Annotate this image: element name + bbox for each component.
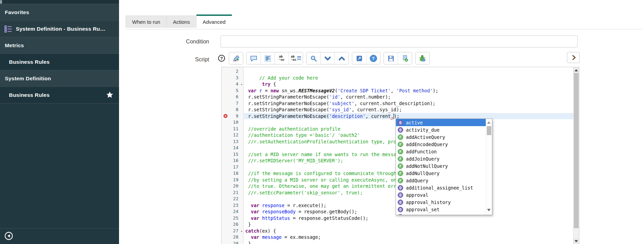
autocomplete-item-addencodedquery[interactable]: FaddEncodedQuery: [396, 141, 486, 148]
autocomplete-item-additional-assignee-list[interactable]: Oadditional_assignee_list: [396, 184, 486, 191]
replace-button[interactable]: ab➜ac: [275, 52, 289, 64]
sidebar-footer: [0, 228, 119, 244]
save-button[interactable]: [384, 52, 398, 64]
function-icon: F: [398, 163, 403, 169]
find-previous-button[interactable]: [334, 52, 348, 64]
tab-when-to-run[interactable]: When to run: [126, 16, 167, 28]
tab-advanced[interactable]: Advanced: [196, 16, 232, 28]
open-window-icon: [356, 55, 363, 62]
code-line-3: // Add your code here: [244, 75, 573, 81]
autocomplete-scroll-down-icon[interactable]: [487, 209, 491, 211]
condition-label: Condition: [119, 39, 209, 45]
property-icon: O: [398, 185, 403, 191]
tab-actions[interactable]: Actions: [167, 16, 196, 28]
nav-item-business-rules[interactable]: Business Rules: [0, 87, 119, 103]
autocomplete-item-approval-set[interactable]: Oapproval_set: [396, 206, 486, 213]
line-number: 3: [236, 75, 238, 81]
autocomplete-item-addactivequery[interactable]: FaddActiveQuery: [396, 133, 486, 141]
gutter-line-14: 14: [222, 145, 243, 151]
replace-all-button[interactable]: ab➜ac: [289, 52, 303, 64]
autocomplete-label: addActiveQuery: [406, 134, 445, 140]
line-number: 8: [236, 106, 238, 113]
application-navigator: FavoritesSystem Definition - Business Ru…: [0, 0, 119, 244]
autocomplete-item-addquery[interactable]: FaddQuery: [396, 177, 486, 184]
sidebar-scrollbar-thumb[interactable]: [0, 0, 2, 4]
editor-gutter: 234▾567891011121314151617181920212223242…: [222, 67, 244, 244]
error-icon: [223, 114, 228, 118]
gutter-line-9: 9: [222, 113, 243, 120]
function-icon: F: [398, 178, 403, 183]
replace-all-icon: ab➜ac: [291, 55, 301, 61]
api-help-button[interactable]: ?: [366, 52, 380, 64]
gutter-line-21: 21: [222, 190, 243, 196]
format-code-button[interactable]: [260, 52, 275, 64]
nav-section-favorites: Favorites: [0, 4, 119, 21]
gutter-line-11: 11: [222, 126, 243, 132]
autocomplete-item-addfunction[interactable]: FaddFunction: [396, 148, 486, 155]
chevron-down-icon: [324, 55, 331, 62]
autocomplete-item-activity-due[interactable]: Oactivity_due: [396, 126, 486, 133]
autocomplete-scroll-thumb[interactable]: [487, 126, 491, 135]
gutter-line-18: 18: [222, 170, 243, 177]
toggle-comment-button[interactable]: [247, 52, 260, 64]
find-button[interactable]: [307, 52, 320, 64]
autocomplete-item-active[interactable]: Oactive: [396, 119, 486, 126]
gutter-line-22: 22: [222, 196, 243, 202]
nav-item-business-rules[interactable]: Business Rules: [0, 54, 119, 70]
autocomplete-label: addQuery: [406, 178, 428, 183]
fold-marker-icon[interactable]: ▾: [241, 81, 243, 88]
editor-vertical-scrollbar[interactable]: [573, 67, 579, 244]
tabs-underline: [126, 29, 643, 29]
scrollbar-up-arrow-icon[interactable]: [573, 67, 579, 73]
fold-marker-icon[interactable]: ▾: [241, 228, 243, 235]
gutter-line-8: 8: [222, 106, 243, 113]
nav-section-system-definition: System Definition: [0, 70, 119, 87]
autocomplete-label: additional_assignee_list: [406, 185, 473, 191]
list-icon: [4, 25, 12, 33]
scrollbar-thumb[interactable]: [574, 73, 579, 228]
nav-item-system-definition-business-ru[interactable]: System Definition - Business Ru…: [0, 21, 119, 37]
collapse-sidebar-button[interactable]: [4, 231, 13, 241]
condition-input[interactable]: [221, 35, 578, 48]
line-number: 23: [233, 202, 238, 209]
gutter-line-4: 4▾: [222, 81, 243, 88]
autocomplete-item-approval-history[interactable]: Oapproval_history: [396, 199, 486, 206]
script-label: Script: [119, 57, 209, 63]
autocomplete-item-approval[interactable]: Oapproval: [396, 191, 486, 199]
autocomplete-label: approval: [406, 192, 428, 198]
code-line-29: }: [244, 241, 573, 244]
autocomplete-label: addFunction: [406, 149, 437, 154]
favorite-star-icon[interactable]: [106, 91, 114, 99]
line-number: 19: [233, 177, 238, 183]
find-next-button[interactable]: [320, 52, 334, 64]
code-line-25: var httpStatus = response.getStatusCode(…: [244, 215, 573, 222]
line-number: 12: [233, 132, 238, 139]
autocomplete-scrollbar[interactable]: [486, 119, 492, 215]
nav-label: Metrics: [5, 42, 24, 49]
code-line-8: r.setStringParameterNoEscape('sys_id', c…: [244, 106, 573, 113]
line-number: 15: [233, 151, 238, 158]
help-icon: ?: [370, 55, 377, 62]
autocomplete-item-addnullquery[interactable]: FaddNullQuery: [396, 170, 486, 177]
scrollbar-down-arrow-icon[interactable]: [573, 238, 579, 244]
function-icon: F: [398, 156, 403, 162]
open-in-window-button[interactable]: [352, 52, 366, 64]
expand-editor-button[interactable]: [567, 52, 580, 63]
toggle-syntax-editor-button[interactable]: [229, 52, 243, 64]
editor-help-button[interactable]: ?: [217, 54, 226, 62]
gutter-line-10: 10: [222, 119, 243, 126]
property-icon: O: [398, 120, 403, 125]
autocomplete-label: activity_due: [406, 127, 440, 133]
line-number: 20: [233, 183, 238, 190]
autocomplete-item-addnotnullquery[interactable]: FaddNotNullQuery: [396, 162, 486, 170]
autocomplete-scroll-up-icon[interactable]: [487, 121, 491, 124]
autocomplete-item-addjoinquery[interactable]: FaddJoinQuery: [396, 155, 486, 162]
servicenow-business-rule-page: FavoritesSystem Definition - Business Ru…: [0, 0, 644, 244]
gutter-line-20: 20: [222, 183, 243, 190]
gutter-line-12: 12: [222, 132, 243, 139]
line-number: 4: [236, 81, 238, 88]
debug-button[interactable]: [416, 52, 429, 64]
syntax-check-button[interactable]: [398, 52, 412, 64]
code-line-4: try {: [244, 81, 573, 88]
autocomplete-item-clipped[interactable]: O: [396, 213, 486, 215]
